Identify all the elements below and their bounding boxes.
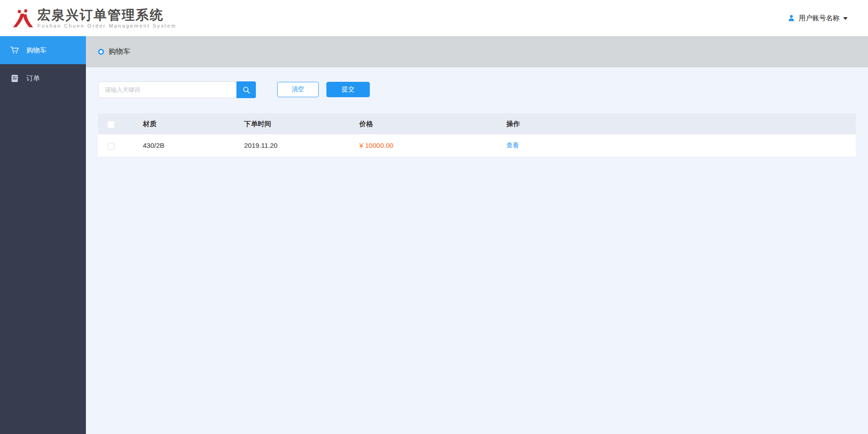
column-header-order-time: 下单时间 xyxy=(244,113,359,134)
sidebar-item-cart[interactable]: 购物车 xyxy=(0,36,86,64)
user-menu[interactable]: 用户账号名称 xyxy=(788,14,848,23)
cart-icon xyxy=(9,46,20,55)
select-all-checkbox[interactable] xyxy=(108,121,114,128)
brand-subtitle: Foshan Chuen Order Management System xyxy=(38,23,177,28)
brand-text: 宏泉兴订单管理系统 Foshan Chuen Order Management … xyxy=(38,8,177,28)
radio-ring-icon xyxy=(98,49,104,55)
brand: 宏泉兴订单管理系统 Foshan Chuen Order Management … xyxy=(12,8,177,28)
search-input[interactable] xyxy=(98,81,236,98)
topbar: 宏泉兴订单管理系统 Foshan Chuen Order Management … xyxy=(0,0,868,36)
brand-title: 宏泉兴订单管理系统 xyxy=(38,8,177,22)
page-header: 购物车 xyxy=(86,36,868,67)
column-header-action: 操作 xyxy=(506,113,856,134)
cart-table: 材质 下单时间 价格 操作 430/2B 2019.11.20 ¥ 10000.… xyxy=(98,113,856,157)
caret-down-icon xyxy=(843,17,848,20)
row-checkbox[interactable] xyxy=(108,143,114,150)
cell-material: 430/2B xyxy=(143,134,244,157)
page-title: 购物车 xyxy=(108,47,130,57)
sidebar-item-label: 订单 xyxy=(26,74,40,83)
main-content: 购物车 清空 提交 xyxy=(86,36,868,434)
user-name: 用户账号名称 xyxy=(799,14,840,23)
table-header-row: 材质 下单时间 价格 操作 xyxy=(98,113,856,134)
view-link[interactable]: 查看 xyxy=(506,142,519,149)
layout: 购物车 订单 购物车 xyxy=(0,36,868,434)
clear-button[interactable]: 清空 xyxy=(277,82,319,97)
search-button[interactable] xyxy=(236,81,256,98)
column-header-price: 价格 xyxy=(359,113,506,134)
column-header-material: 材质 xyxy=(143,113,244,134)
sidebar: 购物车 订单 xyxy=(0,36,86,434)
order-list-icon xyxy=(9,75,20,82)
submit-button[interactable]: 提交 xyxy=(326,82,370,97)
search-box xyxy=(98,81,256,98)
brand-logo-icon xyxy=(12,9,33,28)
user-icon xyxy=(788,14,795,22)
toolbar: 清空 提交 xyxy=(98,81,868,98)
cell-price: ¥ 10000.00 xyxy=(359,134,506,157)
sidebar-item-label: 购物车 xyxy=(26,46,47,55)
sidebar-item-orders[interactable]: 订单 xyxy=(0,64,86,92)
search-icon xyxy=(242,85,251,94)
cell-order-time: 2019.11.20 xyxy=(244,134,359,157)
table-row: 430/2B 2019.11.20 ¥ 10000.00 查看 xyxy=(98,134,856,157)
